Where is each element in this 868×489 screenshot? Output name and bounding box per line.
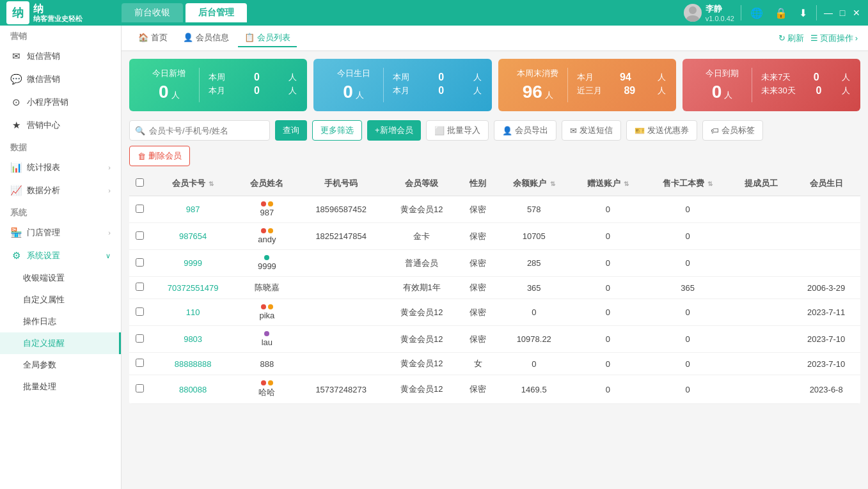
cell-card-no[interactable]: 987 [150,196,236,223]
tab-back[interactable]: 后台管理 [185,3,247,22]
sidebar-item-analysis[interactable]: 📈 数据分析 › [0,179,121,202]
sidebar-item-store[interactable]: 🏪 门店管理 › [0,221,121,244]
row-checkbox[interactable] [136,231,144,240]
cell-card-no[interactable]: 9803 [150,326,236,353]
cell-card-no[interactable]: 880088 [150,375,236,404]
cell-birthday [792,196,860,223]
row-checkbox[interactable] [136,384,144,392]
sidebar-item-miniapp[interactable]: ⊙ 小程序营销 [0,91,121,114]
cell-card-no[interactable]: 88888888 [150,353,236,375]
member-name-text: 哈哈 [258,387,275,398]
orange-dot [268,228,273,233]
sidebar-item-wechat[interactable]: 💬 微信营销 [0,68,121,91]
cell-card-no[interactable]: 9999 [150,250,236,277]
logo: 纳 纳 纳客营业史轻松 [0,1,122,24]
sidebar-sub-custom-attr[interactable]: 自定义属性 [0,289,121,311]
content-area: 今日新增 0 人 本周 0 人 本月 [122,51,868,489]
add-member-button[interactable]: +新增会员 [367,120,421,141]
refresh-button[interactable]: ↻ 刷新 [778,33,804,44]
cell-card-cost: 0 [645,353,730,375]
cell-balance: 1469.5 [497,375,571,404]
sidebar-sub-batch[interactable]: 批量处理 [0,376,121,398]
row-checkbox[interactable] [136,359,144,367]
sidebar-item-sms[interactable]: ✉ 短信营销 [0,45,121,68]
cell-gift: 0 [571,353,645,375]
user-name-display: 李静 v1.0.0.42 [706,3,734,22]
lock-icon[interactable]: 🔒 [772,6,790,20]
cell-phone: 18596587452 [298,196,384,223]
cell-sales-staff [730,299,792,326]
sort-card-icon[interactable]: ⇅ [209,180,214,187]
sidebar-sub-custom-remind[interactable]: 自定义提醒 [0,332,121,354]
cell-card-no[interactable]: 987654 [150,223,236,250]
store-arrow-icon: › [108,229,111,237]
search-button[interactable]: 查询 [275,120,307,141]
member-table-inner: 会员卡号 ⇅ 会员姓名 手机号码 会员等级 性别 余额账户 ⇅ [129,171,860,404]
cell-level: 金卡 [384,223,459,250]
sort-balance-icon[interactable]: ⇅ [550,180,555,187]
maximize-button[interactable]: □ [837,8,848,18]
page-nav: 🏠 首页 👤 会员信息 📋 会员列表 ↻ 刷新 ☰ 页面操作 › [122,26,868,51]
row-checkbox[interactable] [136,258,144,267]
more-filter-button[interactable]: 更多筛选 [312,120,362,141]
minimize-button[interactable]: — [823,8,833,18]
user-info: 李静 v1.0.0.42 [684,3,734,22]
globe-icon[interactable]: 🌐 [748,6,766,20]
export-button[interactable]: 👤 会员导出 [494,120,556,141]
row-checkbox[interactable] [136,205,144,213]
cell-member-name: lau [236,326,297,353]
sidebar-item-settings[interactable]: ⚙ 系统设置 ∨ [0,244,121,267]
sort-gift-icon[interactable]: ⇅ [624,180,629,187]
export-icon: 👤 [502,126,512,136]
cell-phone [298,250,384,277]
nav-member-info[interactable]: 👤 会员信息 [177,29,235,47]
sidebar-sub-op-log[interactable]: 操作日志 [0,311,121,332]
cell-gift: 0 [571,223,645,250]
table-row: 110pika黄金会员12保密0002023-7-11 [129,299,860,326]
sidebar-item-marketing-center[interactable]: ★ 营销中心 [0,114,121,137]
header-card-cost: 售卡工本费 ⇅ [645,171,730,196]
row-checkbox-cell [129,196,150,223]
tab-front[interactable]: 前台收银 [122,3,183,22]
delete-icon: 🗑 [138,151,146,161]
send-coupon-button[interactable]: 🎫 发送优惠券 [626,120,697,141]
sidebar-sub-cashier[interactable]: 收银端设置 [0,267,121,289]
nav-member-list[interactable]: 📋 会员列表 [238,29,297,47]
select-all-checkbox[interactable] [136,178,144,187]
sort-cost-icon[interactable]: ⇅ [707,180,713,187]
download-icon[interactable]: ⬇ [796,6,810,20]
batch-import-button[interactable]: ⬜ 批量导入 [426,120,489,141]
nav-home[interactable]: 🏠 首页 [132,29,174,47]
refresh-icon: ↻ [778,33,785,43]
sidebar-item-stats[interactable]: 📊 统计报表 › [0,156,121,179]
row-checkbox-cell [129,250,150,277]
search-icon: 🔍 [135,126,145,136]
logo-text: 纳 纳客营业史轻松 [33,3,83,23]
cell-birthday: 2023-7-10 [792,326,860,353]
stats-birthday-period: 本周 0 人 本月 0 人 [384,72,482,98]
header-name: 会员姓名 [236,171,297,196]
row-checkbox[interactable] [136,307,144,316]
table-row: 99999999普通会员保密28500 [129,250,860,277]
page-ops-button[interactable]: ☰ 页面操作 › [810,33,858,44]
member-tag-button[interactable]: 🏷 会员标签 [702,120,763,141]
red-dot [261,228,266,233]
cell-balance: 0 [497,353,571,375]
cell-phone [298,326,384,353]
send-sms-button[interactable]: ✉ 发送短信 [562,120,621,141]
sidebar-sub-global-params[interactable]: 全局参数 [0,354,121,376]
cell-sales-staff [730,277,792,299]
orange-dot [268,380,273,385]
table-row: 98798718596587452黄金会员12保密57800 [129,196,860,223]
red-dot [261,380,266,385]
row-checkbox[interactable] [136,283,144,291]
cell-phone [298,299,384,326]
cell-birthday [792,250,860,277]
cell-card-no[interactable]: 70372551479 [150,277,236,299]
close-button[interactable]: ✕ [851,8,862,18]
search-input[interactable] [149,126,264,136]
row-checkbox[interactable] [136,334,144,343]
cell-card-no[interactable]: 110 [150,299,236,326]
stats-no-consume-period: 本月 94 人 近三月 89 人 [568,72,666,98]
delete-member-button[interactable]: 🗑 删除会员 [129,146,190,166]
